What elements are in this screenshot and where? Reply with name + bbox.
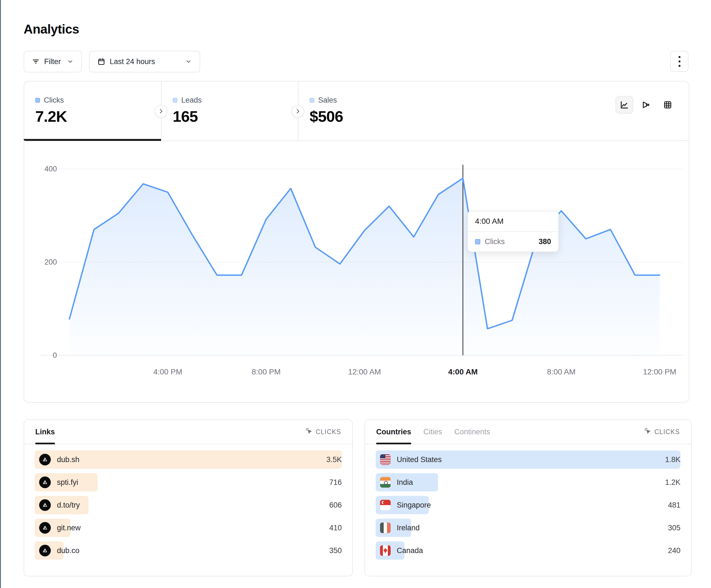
stat-value-sales: $506 bbox=[309, 107, 435, 126]
svg-text:8:00 AM: 8:00 AM bbox=[547, 367, 576, 376]
link-row[interactable]: git.new 410 bbox=[35, 519, 342, 537]
link-clicks-value: 716 bbox=[329, 478, 342, 487]
country-flag-icon bbox=[380, 523, 391, 533]
expand-clicks-chevron-button[interactable] bbox=[155, 105, 167, 118]
funnel-view-button[interactable] bbox=[637, 96, 655, 114]
link-label: spti.fyi bbox=[57, 478, 78, 487]
chevron-down-icon bbox=[185, 58, 192, 65]
chart-tooltip: 4:00 AM Clicks 380 bbox=[467, 211, 559, 252]
link-row[interactable]: spti.fyi 716 bbox=[35, 473, 342, 492]
chart-view-toggles bbox=[616, 96, 676, 114]
link-clicks-value: 350 bbox=[329, 546, 342, 555]
countries-list: United States 1.8K India 1.2K Singapore … bbox=[365, 444, 691, 560]
svg-text:0: 0 bbox=[53, 351, 57, 359]
kebab-menu-icon bbox=[678, 56, 681, 67]
links-metric-badge[interactable]: CLICKS bbox=[305, 427, 341, 436]
sales-legend-chip bbox=[309, 98, 314, 103]
link-row[interactable]: d.to/try 606 bbox=[35, 496, 342, 514]
table-view-button[interactable] bbox=[659, 96, 676, 114]
stat-tab-clicks[interactable]: Clicks 7.2K bbox=[24, 82, 161, 140]
link-label: dub.sh bbox=[57, 455, 80, 464]
area-chart: 02004004:00 PM8:00 PM12:00 AM4:00 AM8:00… bbox=[24, 141, 689, 403]
links-panel: Links CLICKS dub.sh 3.5K bbox=[24, 420, 353, 576]
link-label: dub.co bbox=[57, 546, 80, 555]
more-options-button[interactable] bbox=[670, 51, 689, 72]
country-label: Singapore bbox=[397, 501, 431, 510]
country-label: India bbox=[397, 478, 413, 487]
country-row[interactable]: Ireland 305 bbox=[375, 519, 681, 537]
link-clicks-value: 410 bbox=[329, 524, 342, 532]
date-range-button[interactable]: Last 24 hours bbox=[89, 51, 200, 72]
country-clicks-value: 240 bbox=[668, 546, 681, 555]
country-flag-icon bbox=[380, 545, 391, 556]
country-clicks-value: 481 bbox=[668, 501, 681, 510]
countries-tabs: CountriesCitiesContinents bbox=[376, 420, 490, 444]
clicks-timeseries-plot[interactable]: 02004004:00 PM8:00 PM12:00 AM4:00 AM8:00… bbox=[24, 141, 689, 403]
svg-text:12:00 AM: 12:00 AM bbox=[348, 367, 381, 376]
calendar-icon bbox=[98, 58, 105, 65]
dub-logo-icon bbox=[39, 454, 51, 466]
country-label: Canada bbox=[397, 546, 423, 555]
link-label: d.to/try bbox=[57, 501, 80, 510]
country-flag-icon bbox=[380, 454, 391, 465]
country-clicks-value: 1.8K bbox=[665, 455, 681, 464]
chevron-down-icon bbox=[67, 58, 73, 65]
country-label: Ireland bbox=[397, 524, 420, 532]
leads-legend-chip bbox=[173, 98, 177, 103]
countries-panel: CountriesCitiesContinents CLICKS United … bbox=[365, 420, 692, 576]
tooltip-value: 380 bbox=[539, 238, 551, 246]
country-row[interactable]: Singapore 481 bbox=[375, 496, 681, 514]
tab-cities[interactable]: Cities bbox=[423, 420, 442, 444]
cursor-click-icon bbox=[644, 427, 652, 436]
expand-leads-chevron-button[interactable] bbox=[292, 105, 304, 118]
links-list: dub.sh 3.5K spti.fyi 716 d.to/try 606 bbox=[24, 444, 352, 560]
svg-text:4:00 AM: 4:00 AM bbox=[448, 367, 477, 376]
country-row[interactable]: United States 1.8K bbox=[375, 450, 681, 469]
svg-text:8:00 PM: 8:00 PM bbox=[252, 367, 281, 376]
stat-label: Sales bbox=[318, 96, 337, 105]
toolbar: Filter Last 24 hours bbox=[24, 51, 200, 72]
dub-logo-icon bbox=[39, 476, 51, 488]
svg-text:400: 400 bbox=[44, 165, 57, 173]
clicks-legend-chip bbox=[35, 98, 40, 103]
cursor-click-icon bbox=[305, 427, 313, 436]
link-label: git.new bbox=[57, 524, 81, 532]
line-chart-view-button[interactable] bbox=[616, 96, 633, 114]
stat-tab-leads[interactable]: Leads 165 bbox=[161, 82, 298, 140]
country-flag-icon bbox=[380, 477, 391, 488]
country-clicks-value: 1.2K bbox=[665, 478, 681, 487]
page-title: Analytics bbox=[24, 22, 79, 37]
dub-logo-icon bbox=[39, 545, 51, 557]
country-row[interactable]: India 1.2K bbox=[375, 473, 681, 492]
tab-continents[interactable]: Continents bbox=[454, 420, 490, 444]
analytics-page: Analytics Filter Last 24 hours bbox=[0, 0, 711, 588]
tab-links[interactable]: Links bbox=[35, 420, 55, 444]
link-bar bbox=[35, 450, 342, 469]
country-row[interactable]: Canada 240 bbox=[375, 541, 681, 560]
stats-tabs-row: Clicks 7.2K Leads 165 Sales $506 bbox=[24, 82, 689, 141]
metric-label: CLICKS bbox=[316, 428, 341, 436]
link-row[interactable]: dub.co 350 bbox=[35, 541, 342, 560]
stat-value-leads: 165 bbox=[173, 107, 298, 126]
stat-tab-sales[interactable]: Sales $506 bbox=[298, 82, 435, 140]
filter-button-label: Filter bbox=[44, 58, 61, 66]
svg-text:200: 200 bbox=[44, 258, 57, 266]
country-clicks-value: 305 bbox=[668, 524, 681, 532]
dub-logo-icon bbox=[39, 499, 51, 511]
tab-countries[interactable]: Countries bbox=[376, 420, 411, 444]
stat-label: Leads bbox=[181, 96, 202, 105]
country-flag-icon bbox=[380, 500, 391, 510]
link-row[interactable]: dub.sh 3.5K bbox=[35, 450, 342, 469]
tooltip-time: 4:00 AM bbox=[468, 211, 558, 231]
country-label: United States bbox=[397, 455, 442, 464]
svg-text:12:00 PM: 12:00 PM bbox=[643, 367, 676, 376]
svg-text:4:00 PM: 4:00 PM bbox=[153, 367, 182, 376]
date-range-label: Last 24 hours bbox=[110, 58, 155, 66]
dub-logo-icon bbox=[39, 522, 51, 534]
link-clicks-value: 606 bbox=[329, 501, 342, 510]
filter-button[interactable]: Filter bbox=[24, 51, 82, 72]
tooltip-legend-chip bbox=[475, 239, 480, 244]
countries-metric-badge[interactable]: CLICKS bbox=[644, 427, 680, 436]
stat-label: Clicks bbox=[44, 96, 64, 105]
metric-label: CLICKS bbox=[654, 428, 680, 436]
